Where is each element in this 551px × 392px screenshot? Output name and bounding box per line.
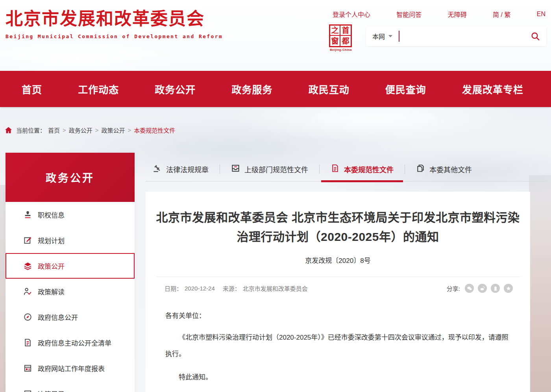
- sidebar-item-planning[interactable]: 规划计划: [6, 227, 135, 253]
- compass-icon: [23, 312, 32, 322]
- site-title: 北京市发展和改革委员会: [6, 9, 223, 30]
- search-input[interactable]: [399, 26, 531, 46]
- tab-label: 本委规范性文件: [344, 164, 394, 174]
- tab-label: 本委其他文件: [429, 164, 472, 174]
- tab-label: 法律法规规章: [166, 164, 209, 174]
- sidebar-item-label: 政府网站工作年度报表: [38, 363, 105, 373]
- article-meta-left: 日期：2020-12-24 来源：北京市发展和改革委员会: [165, 284, 308, 292]
- login-link[interactable]: 登录个人中心: [333, 9, 370, 19]
- sidebar-item-label: 职权信息: [38, 210, 65, 220]
- sidebar-item-proactive-disclosure-list[interactable]: 政府信息主动公开全清单: [6, 330, 135, 355]
- article-title: 北京市发展和改革委员会 北京市生态环境局关于印发北京市塑料污染治理行动计划（20…: [156, 208, 520, 246]
- background-photo-right: [529, 175, 551, 392]
- accessibility-link[interactable]: 无障碍: [448, 9, 467, 19]
- search-scope-label: 本网: [372, 31, 385, 41]
- sidebar-item-decision-catalog[interactable]: 决策目录: [6, 381, 135, 392]
- sidebar-item-label: 决策目录: [38, 389, 65, 392]
- page: 北京市发展和改革委员会 Beijing Municipal Commission…: [0, 0, 551, 392]
- qq-icon[interactable]: [491, 284, 500, 293]
- inbox-icon: [231, 164, 240, 175]
- main-navigation: 首页 工作动态 政务公开 政务服务 政民互动 便民查询 发展改革专栏: [0, 71, 551, 107]
- search-icon[interactable]: [531, 31, 540, 41]
- site-logo[interactable]: 北京市发展和改革委员会 Beijing Municipal Commission…: [6, 9, 223, 39]
- tab-superior-normative-documents[interactable]: 上级部门规范性文件: [220, 157, 319, 181]
- nav-item-convenient-query[interactable]: 便民查询: [385, 82, 426, 96]
- tab-commission-other-documents[interactable]: 本委其他文件: [405, 157, 483, 181]
- paragraph: 《北京市塑料污染治理行动计划（2020-2025年）》已经市委深改委第十四次会议…: [165, 329, 510, 363]
- nav-item-gov-services[interactable]: 政务服务: [231, 82, 272, 96]
- sidebar-item-policy-disclosure[interactable]: 政策公开: [6, 253, 135, 279]
- breadcrumb-policy-disclosure[interactable]: 政策公开: [102, 126, 125, 134]
- search-scope-dropdown[interactable]: 本网: [372, 31, 392, 41]
- breadcrumb-separator: >: [95, 127, 99, 133]
- tab-label: 上级部门规范性文件: [244, 164, 308, 174]
- breadcrumb-home[interactable]: 首页: [48, 126, 60, 134]
- article-body: 各有关单位： 《北京市塑料污染治理行动计划（2020-2025年）》已经市委深改…: [165, 308, 510, 392]
- sidebar-item-label: 政府信息公开: [38, 312, 78, 322]
- nav-item-work-dynamics[interactable]: 工作动态: [78, 82, 119, 96]
- document-icon: [331, 164, 340, 175]
- top-utility-links: 登录个人中心 智能问答 无障碍 简 / 繁 EN: [333, 9, 545, 19]
- copy-icon: [416, 164, 425, 175]
- star-icon[interactable]: [504, 284, 513, 293]
- background-photo-left: [0, 185, 6, 392]
- sidebar-item-authority-info[interactable]: 职权信息: [6, 202, 135, 227]
- beijing-china-seal-logo[interactable]: 之 首 窗 都 Beijing-China: [329, 24, 353, 52]
- seal-grid: 之 首 窗 都: [329, 24, 352, 47]
- sidebar-title: 政务公开: [6, 153, 135, 202]
- breadcrumb-gov-disclosure[interactable]: 政务公开: [69, 126, 92, 134]
- sidebar-item-label: 政府信息主动公开全清单: [38, 338, 111, 348]
- layers-icon: [23, 261, 32, 271]
- article-date: 2020-12-24: [185, 285, 215, 292]
- seal-char: 窗: [330, 36, 340, 46]
- article-panel: 北京市发展和改革委员会 北京市生态环境局关于印发北京市塑料污染治理行动计划（20…: [146, 192, 530, 392]
- wechat-icon[interactable]: [465, 284, 474, 293]
- english-link[interactable]: EN: [537, 11, 545, 18]
- date-label: 日期：: [165, 284, 182, 292]
- seal-char: 首: [340, 26, 351, 36]
- sidebar-item-gov-info-disclosure[interactable]: 政府信息公开: [6, 304, 135, 330]
- share-toolbar: 分享:: [447, 284, 513, 293]
- sidebar-item-policy-interpretation[interactable]: 政策解读: [6, 279, 135, 304]
- seal-caption: Beijing-China: [329, 48, 353, 52]
- breadcrumb-separator: >: [128, 127, 131, 133]
- divider: [157, 277, 520, 277]
- seal-char: 都: [340, 36, 351, 46]
- share-label: 分享:: [447, 284, 460, 292]
- signature: 北京市发展和改革委员会: [165, 390, 510, 392]
- document-list-icon: [23, 338, 32, 348]
- simplified-traditional-toggle[interactable]: 简 / 繁: [493, 9, 510, 19]
- closing: 特此通知。: [165, 369, 510, 386]
- sidebar-item-annual-website-report[interactable]: 政府网站工作年度报表: [6, 355, 135, 381]
- breadcrumb-current: 本委规范性文件: [134, 126, 175, 134]
- stamp-icon: [23, 210, 32, 220]
- report-calendar-icon: [23, 364, 32, 373]
- breadcrumb: 当前位置： 首页 > 政务公开 > 政策公开 > 本委规范性文件: [5, 126, 175, 134]
- sidebar-item-label: 政策解读: [38, 287, 65, 296]
- nav-item-gov-disclosure[interactable]: 政务公开: [155, 82, 196, 96]
- site-subtitle: Beijing Municipal Commission of Developm…: [6, 33, 223, 39]
- document-number: 京发改规〔2020〕8号: [146, 255, 530, 265]
- person-check-icon: [23, 287, 32, 296]
- sidebar-item-label: 政策公开: [38, 261, 65, 271]
- tab-laws-regulations[interactable]: 法律法规规章: [146, 157, 220, 181]
- nav-item-home[interactable]: 首页: [22, 82, 42, 96]
- seal-char: 之: [330, 26, 340, 36]
- nav-item-reform-special[interactable]: 发展改革专栏: [462, 82, 523, 96]
- smart-qa-link[interactable]: 智能问答: [396, 9, 422, 19]
- document-category-tabs: 法律法规规章 上级部门规范性文件 本委规范性文件 本委其他文件: [146, 157, 547, 181]
- tab-commission-normative-documents[interactable]: 本委规范性文件: [320, 157, 405, 181]
- weibo-icon[interactable]: [478, 284, 487, 293]
- folder-icon: [23, 389, 32, 392]
- breadcrumb-separator: >: [63, 127, 66, 133]
- chevron-down-icon: [388, 35, 392, 37]
- sidebar-item-label: 规划计划: [38, 235, 65, 245]
- search-bar: 本网: [366, 26, 546, 46]
- salutation: 各有关单位：: [165, 308, 510, 325]
- edit-icon: [23, 236, 32, 245]
- home-icon[interactable]: [5, 126, 12, 134]
- breadcrumb-label: 当前位置：: [16, 126, 46, 134]
- gavel-icon: [153, 164, 162, 175]
- article-meta: 日期：2020-12-24 来源：北京市发展和改革委员会 分享:: [165, 284, 513, 293]
- nav-item-public-interaction[interactable]: 政民互动: [309, 82, 349, 96]
